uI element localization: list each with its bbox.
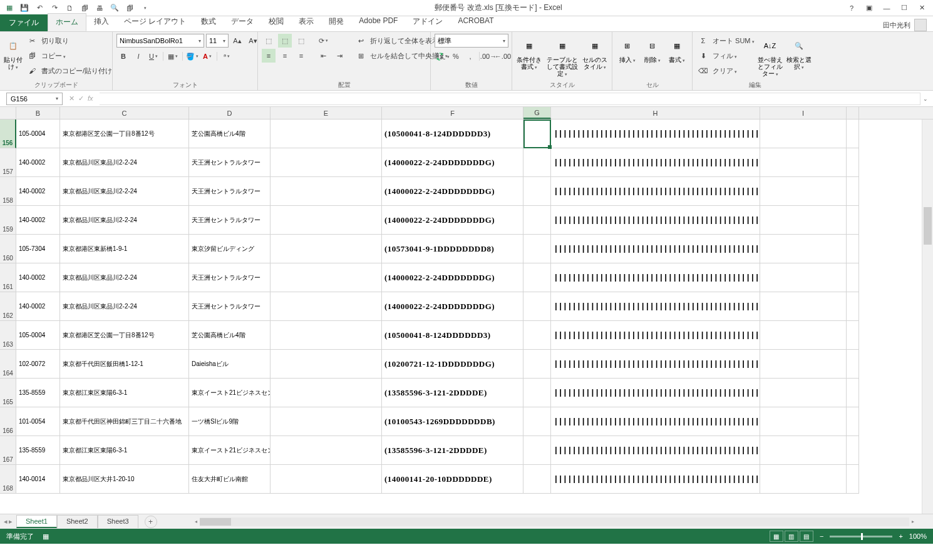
row-header[interactable]: 168	[0, 465, 16, 494]
cell[interactable]: 105-0004	[16, 321, 60, 350]
cell[interactable]: 140-0002	[16, 206, 60, 235]
undo-icon[interactable]: ↶	[33, 1, 46, 15]
format-cells-button[interactable]: ▦書式	[666, 34, 688, 63]
cell[interactable]	[271, 465, 382, 494]
row-header[interactable]: 167	[0, 436, 16, 465]
cell[interactable]	[847, 206, 859, 235]
cell[interactable]	[760, 321, 847, 350]
sheet-tab-Sheet3[interactable]: Sheet3	[98, 515, 138, 528]
cell[interactable]: (10500041-8-124DDDDDD3)	[382, 321, 523, 350]
save-icon[interactable]: 💾	[18, 1, 31, 15]
cell[interactable]: 東京都品川区東品川2-2-24	[60, 263, 189, 292]
cell[interactable]: 140-0014	[16, 465, 60, 494]
tab-ACROBAT[interactable]: ACROBAT	[450, 13, 501, 31]
cell[interactable]: ||||||||||||||||||||||||||||||||||||||||…	[551, 148, 760, 177]
cell[interactable]: 東京都江東区東陽6-3-1	[60, 436, 189, 465]
col-header-G[interactable]: G	[523, 107, 551, 119]
insert-cells-button[interactable]: ⊞挿入	[616, 34, 639, 63]
close-icon[interactable]: ✕	[915, 2, 928, 14]
cell[interactable]: 天王洲セントラルタワー	[189, 292, 271, 321]
cell[interactable]: 天王洲セントラルタワー	[189, 148, 271, 177]
conditional-fmt-button[interactable]: ▦条件付き書式	[516, 34, 542, 70]
tab-表示[interactable]: 表示	[291, 13, 321, 31]
cell[interactable]: 芝公園高橋ビル4階	[189, 321, 271, 350]
cell[interactable]: 135-8559	[16, 436, 60, 465]
cell[interactable]	[271, 120, 382, 148]
fx-icon[interactable]: fx	[88, 94, 93, 103]
cell[interactable]	[847, 436, 859, 465]
cell[interactable]: (14000022-2-24DDDDDDDG)	[382, 177, 523, 206]
account-area[interactable]: 田中光利	[877, 19, 933, 31]
expand-formula-icon[interactable]: ⌄	[920, 96, 930, 102]
cell[interactable]	[847, 465, 859, 494]
cell[interactable]	[847, 292, 859, 321]
col-header-I[interactable]: I	[760, 107, 847, 119]
cell[interactable]: 芝公園高橋ビル4階	[189, 120, 271, 148]
zoom-slider[interactable]	[830, 536, 892, 537]
autosum-button[interactable]: Σオート SUM	[696, 34, 755, 48]
fill-color-button[interactable]: 🪣	[185, 49, 199, 63]
cell[interactable]: 140-0002	[16, 263, 60, 292]
vertical-scrollbar[interactable]	[922, 120, 933, 514]
tab-データ[interactable]: データ	[224, 13, 261, 31]
cell[interactable]	[847, 379, 859, 407]
cell[interactable]	[760, 235, 847, 263]
help-icon[interactable]: ?	[845, 2, 858, 14]
border-button[interactable]: ▦	[166, 49, 180, 63]
zoom-out-icon[interactable]: −	[820, 532, 823, 540]
cell[interactable]: (13585596-3-121-2DDDDE)	[382, 379, 523, 407]
cell[interactable]: 東京都品川区東品川2-2-24	[60, 292, 189, 321]
cancel-formula-icon[interactable]: ✕	[69, 94, 75, 103]
maximize-icon[interactable]: ☐	[898, 2, 910, 14]
cell[interactable]: (10100543-1269DDDDDDDB)	[382, 407, 523, 436]
cell[interactable]: ||||||||||||||||||||||||||||||||||||||||…	[551, 436, 760, 465]
increase-decimal-icon[interactable]: .00→	[482, 49, 495, 63]
cell[interactable]	[760, 465, 847, 494]
cell[interactable]: (14000141-20-10DDDDDDE)	[382, 465, 523, 494]
cell[interactable]	[523, 379, 551, 407]
cell[interactable]	[523, 235, 551, 263]
cell[interactable]: (10200721-12-1DDDDDDDG)	[382, 350, 523, 379]
row-header[interactable]: 158	[0, 177, 16, 206]
cell[interactable]	[847, 120, 859, 148]
row-header[interactable]: 160	[0, 235, 16, 263]
cell[interactable]	[271, 321, 382, 350]
find-select-button[interactable]: 🔍検索と選択	[786, 34, 812, 70]
cell[interactable]	[847, 321, 859, 350]
number-format-combo[interactable]: 標準▾	[435, 34, 508, 48]
cell[interactable]	[760, 148, 847, 177]
delete-cells-button[interactable]: ⊟削除	[641, 34, 664, 63]
cell[interactable]: ||||||||||||||||||||||||||||||||||||||||…	[551, 292, 760, 321]
cell[interactable]	[523, 206, 551, 235]
copy-button[interactable]: 🗐コピー	[25, 49, 112, 63]
cell[interactable]	[847, 177, 859, 206]
cell[interactable]: 東京都品川区大井1-20-10	[60, 465, 189, 494]
cell[interactable]: 東京都品川区東品川2-2-24	[60, 177, 189, 206]
cell[interactable]: 東京都品川区東品川2-2-24	[60, 148, 189, 177]
orientation-icon[interactable]: ⟳	[316, 34, 330, 48]
cell[interactable]: (10500041-8-124DDDDDD3)	[382, 120, 523, 148]
cell[interactable]	[523, 263, 551, 292]
cell[interactable]: 102-0072	[16, 350, 60, 379]
sort-filter-button[interactable]: A↓Z並べ替えとフィルター	[757, 34, 783, 77]
cell[interactable]	[523, 292, 551, 321]
cell[interactable]: 105-0004	[16, 120, 60, 148]
cell[interactable]: (13585596-3-121-2DDDDE)	[382, 436, 523, 465]
cell[interactable]: ||||||||||||||||||||||||||||||||||||||||…	[551, 120, 760, 148]
accounting-format-icon[interactable]: 💱	[435, 49, 448, 63]
cell[interactable]	[523, 407, 551, 436]
cell[interactable]	[760, 292, 847, 321]
cell[interactable]: (14000022-2-24DDDDDDDG)	[382, 206, 523, 235]
increase-font-icon[interactable]: A▴	[230, 34, 244, 48]
tab-ホーム[interactable]: ホーム	[48, 13, 86, 31]
col-header-D[interactable]: D	[189, 107, 271, 119]
cell[interactable]: ||||||||||||||||||||||||||||||||||||||||…	[551, 350, 760, 379]
cell[interactable]	[760, 120, 847, 148]
row-header[interactable]: 161	[0, 263, 16, 292]
cell[interactable]	[271, 206, 382, 235]
horizontal-scrollbar[interactable]	[195, 517, 914, 526]
tab-数式[interactable]: 数式	[193, 13, 224, 31]
row-header[interactable]: 166	[0, 407, 16, 436]
cell[interactable]	[271, 235, 382, 263]
cell[interactable]: ||||||||||||||||||||||||||||||||||||||||…	[551, 465, 760, 494]
